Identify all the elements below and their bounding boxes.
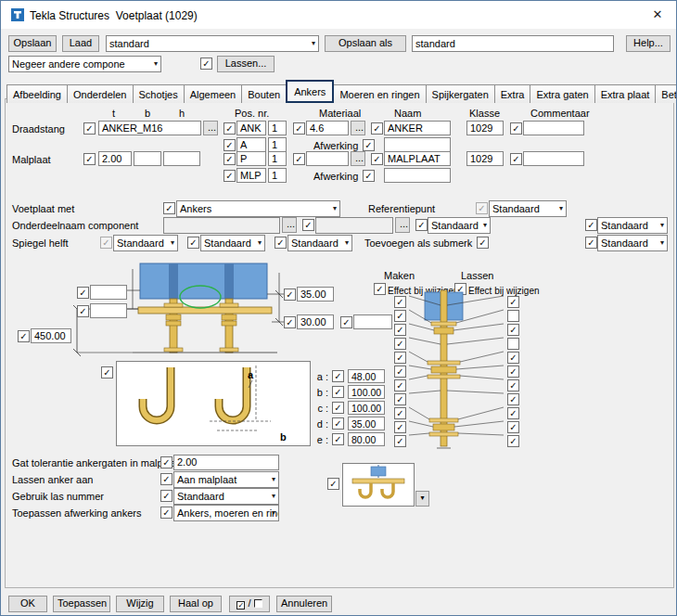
malplaat-checkbox[interactable]: ✓: [83, 153, 96, 165]
profile-combobox[interactable]: standard▾: [106, 35, 319, 52]
gat-tolerantie-checkbox[interactable]: ✓: [160, 456, 172, 468]
draadstang-materiaal-field[interactable]: 4.6: [306, 121, 349, 135]
tab-afbeelding[interactable]: Afbeelding: [6, 84, 68, 103]
draadstang-pos-prefix-field[interactable]: ANK: [236, 121, 266, 135]
sub-a-pos-prefix-field[interactable]: A: [236, 137, 266, 152]
onderdeel-standaard-combobox-1[interactable]: Standaard▾: [428, 217, 491, 234]
close-icon[interactable]: ✕: [639, 1, 676, 29]
draadstang-checkbox[interactable]: ✓: [83, 122, 96, 135]
dimension-field[interactable]: 48.00: [348, 369, 385, 383]
tab-spijkergaten[interactable]: Spijkergaten: [426, 84, 495, 103]
onderdeel-standaard-checkbox-2[interactable]: ✓: [585, 219, 597, 231]
draadstang-pos-checkbox[interactable]: ✓: [224, 122, 236, 135]
maken-item-checkbox[interactable]: ✓: [394, 296, 406, 308]
sub-mlp-pos-checkbox[interactable]: ✓: [224, 170, 236, 182]
tab-onderdelen[interactable]: Onderdelen: [67, 84, 134, 103]
sub-mlp-pos-prefix-field[interactable]: MLP: [236, 168, 266, 183]
dim-extra-checkbox[interactable]: ✓: [340, 316, 352, 328]
dim-35-checkbox[interactable]: ✓: [284, 289, 296, 301]
malplaat-b-field[interactable]: [134, 151, 161, 166]
afwerking-checkbox[interactable]: ✓: [363, 139, 375, 151]
onderdeel-standaard-combobox-2[interactable]: Standaard▾: [597, 217, 668, 234]
submerk-standaard-combobox[interactable]: Standaard▾: [597, 235, 668, 251]
malplaat-commentaar-field[interactable]: [523, 151, 584, 166]
malplaat-klasse-field[interactable]: 1029: [466, 151, 504, 166]
weld-checkbox[interactable]: ✓: [200, 58, 212, 70]
spiegel-checkbox-2[interactable]: ✓: [187, 237, 199, 249]
toggle-all-checkboxes-button[interactable]: ✓ /: [229, 596, 270, 612]
draadstang-commentaar-field[interactable]: [523, 121, 584, 135]
referentiepunt-combobox[interactable]: Standaard▾: [489, 200, 567, 217]
tab-extra[interactable]: Extra: [494, 84, 531, 103]
toepassen-afwerking-combobox[interactable]: Ankers, moeren en ringe▾: [173, 505, 279, 521]
lassen-anker-checkbox[interactable]: ✓: [160, 473, 172, 485]
spiegel-combobox-3[interactable]: Standaard▾: [287, 235, 352, 251]
sub-a-naam-field[interactable]: [384, 137, 451, 152]
save-as-button[interactable]: Opslaan als: [325, 35, 406, 52]
sub-a-pos-checkbox[interactable]: ✓: [224, 139, 236, 151]
malplaat-pos-nr-field[interactable]: 1: [268, 151, 287, 166]
malplaat-pos-prefix-field[interactable]: P: [236, 151, 266, 166]
maken-item-checkbox[interactable]: ✓: [394, 379, 406, 391]
voetplaat-met-combobox[interactable]: Ankers▾: [176, 200, 340, 217]
load-button[interactable]: Laad: [62, 35, 99, 52]
weld-dialog-button[interactable]: Lassen...: [217, 56, 275, 72]
dimension-field[interactable]: 35.00: [348, 417, 385, 430]
spiegel-combobox-2[interactable]: Standaard▾: [200, 235, 265, 251]
draadstang-naam-field[interactable]: ANKER: [384, 121, 451, 135]
onderdeelnaam-browse-button-2[interactable]: ...: [395, 217, 410, 233]
tab-ankers[interactable]: Ankers: [286, 80, 334, 103]
draadstang-klasse-field[interactable]: 1029: [466, 121, 504, 135]
malplaat-naam-field[interactable]: MALPLAAT: [384, 151, 451, 166]
onderdeelnaam-field-1[interactable]: [163, 217, 280, 234]
dimension-checkbox[interactable]: ✓: [332, 386, 344, 398]
lassen-item-checkbox[interactable]: [507, 310, 519, 322]
referentiepunt-checkbox[interactable]: ✓: [476, 202, 488, 214]
tab-algemeen[interactable]: Algemeen: [184, 84, 243, 103]
dim-top1-checkbox[interactable]: ✓: [77, 287, 89, 299]
tab-moeren-en-ringen[interactable]: Moeren en ringen: [333, 84, 426, 103]
lassen-item-checkbox[interactable]: ✓: [507, 352, 519, 364]
ok-button[interactable]: OK: [8, 596, 47, 612]
gebruik-las-nummer-checkbox[interactable]: ✓: [160, 490, 172, 502]
maken-item-checkbox[interactable]: ✓: [394, 352, 406, 364]
lassen-item-checkbox[interactable]: ✓: [507, 407, 519, 419]
dim-30-field[interactable]: 30.00: [297, 314, 334, 329]
malplaat-commentaar-checkbox[interactable]: ✓: [510, 153, 522, 165]
ignore-other-components-combobox[interactable]: Negeer andere compone▾: [8, 56, 161, 72]
sub-mlp-pos-nr-field[interactable]: 1: [268, 168, 287, 183]
draadstang-profile-field[interactable]: ANKER_M16: [98, 121, 201, 135]
dim-extra-field[interactable]: [353, 314, 392, 329]
onderdeelnaam-browse-button[interactable]: ...: [282, 217, 297, 233]
gat-tolerantie-field[interactable]: 2.00: [173, 455, 279, 470]
dim-450-field[interactable]: 450.00: [31, 328, 71, 343]
toepassen-afwerking-checkbox[interactable]: ✓: [160, 507, 172, 519]
lassen-item-checkbox[interactable]: ✓: [507, 296, 519, 308]
lassen-item-checkbox[interactable]: ✓: [507, 366, 519, 378]
dimension-checkbox[interactable]: ✓: [332, 433, 344, 445]
tab-beton[interactable]: Beton: [655, 84, 677, 103]
dim-top2-checkbox[interactable]: ✓: [77, 305, 89, 317]
tab-bouten[interactable]: Bouten: [241, 84, 287, 103]
cancel-button[interactable]: Annuleren: [276, 596, 332, 612]
lassen-item-checkbox[interactable]: ✓: [507, 421, 519, 433]
spiegel-combobox-1[interactable]: Standaard▾: [113, 235, 178, 251]
lassen-item-checkbox[interactable]: ✓: [507, 379, 519, 391]
dimension-checkbox[interactable]: ✓: [332, 370, 344, 382]
lassen-item-checkbox[interactable]: ✓: [507, 393, 519, 405]
anchor-shape-checkbox[interactable]: ✓: [101, 366, 113, 379]
dimension-checkbox[interactable]: ✓: [332, 417, 344, 430]
materiaal-browse-button[interactable]: ...: [351, 151, 365, 166]
maken-item-checkbox[interactable]: ✓: [394, 324, 406, 336]
draadstang-materiaal-checkbox[interactable]: ✓: [293, 122, 305, 135]
save-as-input[interactable]: standard: [412, 35, 614, 52]
maken-item-checkbox[interactable]: ✓: [394, 435, 406, 447]
dim-top1-field[interactable]: [90, 285, 127, 300]
apply-button[interactable]: Toepassen: [53, 596, 110, 612]
onderdeelnaam-field-2[interactable]: [315, 217, 393, 234]
onderdeel-standaard-checkbox-1[interactable]: ✓: [415, 219, 428, 231]
get-button[interactable]: Haal op: [170, 596, 222, 612]
dim-top2-field[interactable]: [90, 303, 127, 318]
submerk-standaard-checkbox[interactable]: ✓: [585, 237, 597, 249]
modify-button[interactable]: Wijzig: [116, 596, 164, 612]
